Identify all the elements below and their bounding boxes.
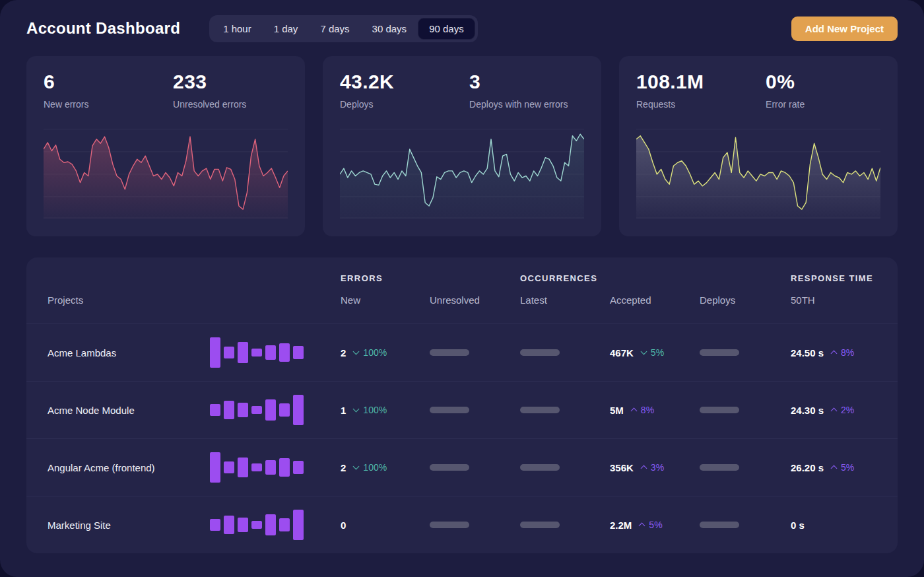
tab-90-days[interactable]: 90 days (418, 18, 475, 40)
bar (238, 458, 248, 477)
new-errors-value: 1 (341, 405, 346, 416)
latest-placeholder (520, 522, 560, 528)
bar (251, 521, 262, 529)
stat-value: 108.1M (636, 71, 766, 93)
table-row[interactable]: Acme Node Module 1 100% 5M 8% 24.30 (26, 381, 898, 438)
latest-placeholder (520, 349, 560, 356)
project-name: Acme Node Module (48, 405, 210, 416)
requests-sparkline-chart (636, 123, 880, 219)
errors-bar-chart (210, 337, 341, 368)
new-errors-trend: 100% (354, 405, 387, 415)
trend-chevron-icon (353, 349, 360, 355)
col-projects: Projects (48, 294, 210, 306)
bar (293, 346, 304, 358)
latest-placeholder (520, 407, 560, 413)
col-bars-spacer (210, 257, 341, 323)
stat-value: 233 (173, 71, 288, 93)
bar (238, 518, 248, 531)
new-errors-value: 2 (341, 462, 346, 473)
stat-card-requests: 108.1M Requests 0% Error rate (619, 56, 898, 236)
bar (210, 519, 220, 530)
col-deploys: Deploys (700, 294, 791, 306)
response-time-value: 24.30 s (791, 405, 824, 416)
accepted-trend: 5% (642, 347, 664, 358)
accepted-trend: 8% (632, 405, 654, 415)
bar (224, 401, 234, 420)
response-time-trend: 8% (832, 347, 854, 358)
trend-percent: 100% (363, 405, 387, 415)
bar (265, 399, 276, 421)
table-row[interactable]: Angular Acme (frontend) 2 100% 356K 3% (26, 438, 898, 496)
stat-unresolved-errors: 233 Unresolved errors (173, 71, 288, 110)
bar (224, 461, 234, 473)
trend-percent: 8% (641, 405, 654, 415)
accepted-value: 467K (610, 347, 634, 358)
tab-7-days[interactable]: 7 days (309, 18, 360, 40)
stat-label: Deploys with new errors (469, 99, 584, 110)
unresolved-placeholder (430, 407, 469, 413)
stat-label: Error rate (766, 99, 880, 110)
top-bar: Account Dashboard 1 hour 1 day 7 days 30… (26, 13, 898, 44)
new-errors-trend: 100% (354, 462, 387, 473)
stat-cards-row: 6 New errors 233 Unresolved errors 43.2K… (26, 56, 898, 236)
bar (238, 403, 248, 417)
col-accepted: Accepted (610, 294, 700, 306)
table-row[interactable]: Acme Lambdas 2 100% 467K 5% 24.50 s (26, 323, 898, 381)
group-response-time: RESPONSE TIME (791, 273, 876, 283)
tab-30-days[interactable]: 30 days (361, 18, 418, 40)
stat-requests: 108.1M Requests (636, 71, 766, 110)
response-time-value: 24.50 s (791, 347, 824, 358)
project-name: Acme Lambdas (48, 347, 210, 358)
time-range-tabs: 1 hour 1 day 7 days 30 days 90 days (209, 15, 478, 42)
stat-card-errors: 6 New errors 233 Unresolved errors (26, 56, 305, 236)
trend-percent: 8% (841, 347, 854, 358)
table-row[interactable]: Marketing Site 0 2.2M 5% 0 s (26, 496, 898, 553)
accepted-value: 2.2M (610, 520, 632, 531)
deploys-placeholder (700, 349, 739, 356)
trend-percent: 5% (841, 462, 854, 473)
trend-percent: 2% (841, 405, 854, 415)
stat-error-rate: 0% Error rate (766, 71, 880, 110)
accepted-trend: 3% (642, 462, 664, 473)
deploys-sparkline-chart (340, 123, 584, 219)
unresolved-placeholder (430, 522, 469, 528)
dashboard-page: Account Dashboard 1 hour 1 day 7 days 30… (0, 0, 924, 577)
bar (251, 463, 262, 471)
stat-card-deploys: 43.2K Deploys 3 Deploys with new errors (323, 56, 601, 236)
accepted-trend: 5% (640, 520, 662, 530)
bar (224, 516, 234, 534)
deploys-placeholder (700, 407, 739, 413)
add-new-project-button[interactable]: Add New Project (791, 17, 898, 41)
stat-deploys: 43.2K Deploys (340, 71, 469, 110)
trend-percent: 5% (651, 347, 664, 358)
bar (293, 395, 304, 425)
tab-1-hour[interactable]: 1 hour (212, 18, 263, 40)
errors-bar-chart (210, 395, 341, 425)
errors-sparkline-chart (44, 123, 288, 219)
trend-percent: 5% (649, 520, 662, 530)
projects-table: Projects ERRORS New Unresolved OCCURRENC… (26, 257, 898, 553)
stat-label: Unresolved errors (173, 99, 288, 110)
bar (210, 404, 220, 415)
response-time-trend: 5% (832, 462, 854, 473)
trend-percent: 3% (651, 462, 664, 473)
bar (279, 343, 290, 362)
bar (279, 518, 290, 531)
project-name: Angular Acme (frontend) (48, 462, 210, 473)
bar (293, 510, 304, 540)
project-name: Marketing Site (48, 520, 210, 531)
stat-value: 3 (469, 71, 584, 93)
group-occurrences: OCCURRENCES (520, 273, 610, 283)
bar (210, 452, 220, 483)
unresolved-placeholder (430, 349, 469, 356)
page-title: Account Dashboard (26, 19, 180, 38)
bar (293, 461, 304, 473)
response-time-trend: 2% (832, 405, 854, 415)
trend-chevron-icon (831, 408, 838, 415)
tab-1-day[interactable]: 1 day (263, 18, 310, 40)
col-50th: 50TH (791, 294, 876, 306)
table-header: Projects ERRORS New Unresolved OCCURRENC… (26, 257, 898, 323)
trend-chevron-icon (639, 523, 645, 529)
bar (265, 460, 276, 474)
trend-chevron-icon (353, 406, 360, 413)
